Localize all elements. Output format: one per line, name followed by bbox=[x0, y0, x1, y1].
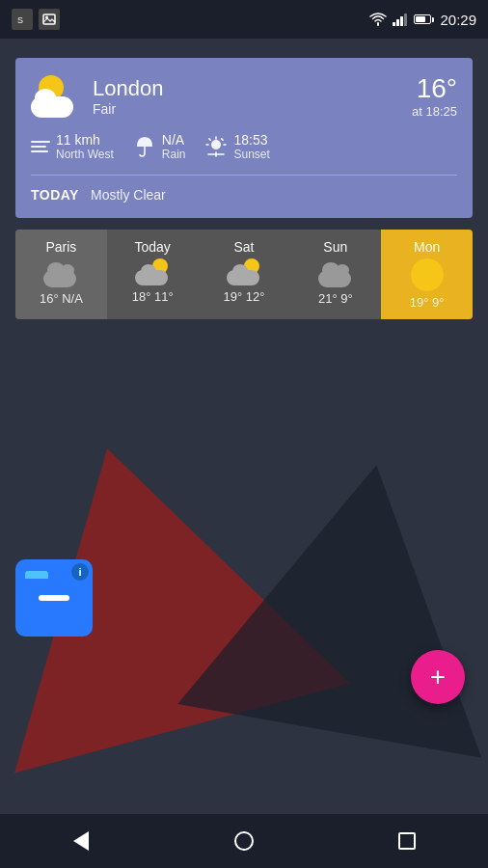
sat-temps: 19° 12° bbox=[224, 289, 265, 304]
wind-icon bbox=[31, 141, 50, 152]
svg-text:S: S bbox=[17, 15, 23, 25]
bg-triangle-dark bbox=[177, 438, 488, 757]
status-right-icons: 20:29 bbox=[369, 12, 476, 28]
folder-tab bbox=[25, 571, 48, 579]
file-minus-icon bbox=[39, 595, 69, 601]
status-time: 20:29 bbox=[440, 12, 476, 28]
umbrella-icon bbox=[133, 135, 156, 158]
image-icon bbox=[39, 9, 60, 30]
file-manager-widget[interactable]: i bbox=[15, 559, 93, 637]
wind-direction: North West bbox=[56, 148, 114, 161]
sunset-label: Sunset bbox=[233, 148, 269, 161]
london-temperature: 16° bbox=[412, 73, 457, 104]
london-condition: Fair bbox=[93, 101, 163, 117]
london-weather-icon bbox=[31, 75, 81, 118]
paris-day-sat: Sat 19° 12° bbox=[199, 230, 290, 319]
fab-button[interactable]: + bbox=[411, 650, 465, 704]
sun-day-label: Sun bbox=[323, 239, 347, 255]
paris-temps: 16° N/A bbox=[40, 291, 83, 306]
paris-current-icon bbox=[43, 258, 78, 287]
battery-icon bbox=[414, 14, 434, 24]
london-at-time: at 18:25 bbox=[412, 104, 457, 119]
svg-point-8 bbox=[211, 140, 221, 149]
paris-day-mon: Mon 19° 9° bbox=[381, 230, 473, 319]
rain-label: Rain bbox=[162, 148, 186, 161]
bottom-navigation bbox=[0, 814, 488, 868]
mon-temps: 19° 9° bbox=[410, 295, 445, 310]
sat-weather-icon bbox=[227, 258, 261, 285]
paris-weather-widget: Paris 16° N/A Today 18° 11° Sat 19° 12° … bbox=[15, 230, 473, 319]
status-bar: S 20:29 bbox=[0, 0, 488, 39]
sunset-time: 18:53 bbox=[233, 132, 269, 148]
paris-day-paris: Paris 16° N/A bbox=[15, 230, 107, 319]
svg-rect-5 bbox=[400, 16, 403, 26]
sun-weather-icon bbox=[318, 258, 353, 287]
mon-weather-icon bbox=[411, 258, 444, 291]
nav-home-button[interactable] bbox=[225, 822, 263, 860]
wind-speed: 11 kmh bbox=[56, 132, 114, 148]
rain-value: N/A bbox=[162, 132, 186, 148]
today-weather-icon bbox=[135, 258, 170, 285]
nav-recent-button[interactable] bbox=[388, 822, 426, 860]
sunset-stat: 18:53 Sunset bbox=[204, 132, 269, 161]
sunset-icon bbox=[204, 135, 228, 158]
london-city-name: London bbox=[93, 76, 163, 101]
svg-rect-6 bbox=[404, 14, 407, 26]
back-icon bbox=[73, 831, 89, 851]
wind-stat: 11 kmh North West bbox=[31, 132, 114, 161]
home-icon bbox=[234, 831, 254, 851]
today-description: Mostly Clear bbox=[91, 187, 166, 203]
mon-day-label: Mon bbox=[414, 239, 440, 255]
status-left-icons: S bbox=[12, 9, 60, 30]
paris-day-sun: Sun 21° 9° bbox=[289, 230, 381, 319]
signal-icon bbox=[393, 13, 408, 26]
london-weather-widget: London Fair 16° at 18:25 11 kmh North We… bbox=[15, 58, 473, 218]
paris-day-today: Today 18° 11° bbox=[107, 230, 199, 319]
svg-line-13 bbox=[209, 139, 210, 140]
svg-rect-3 bbox=[393, 22, 395, 26]
paris-label: Paris bbox=[45, 239, 76, 255]
svg-line-14 bbox=[222, 139, 223, 140]
sun-temps: 21° 9° bbox=[318, 291, 353, 306]
sonos-icon: S bbox=[12, 9, 33, 30]
rain-stat: N/A Rain bbox=[133, 132, 186, 161]
wifi-icon bbox=[369, 13, 387, 26]
svg-rect-4 bbox=[396, 19, 399, 26]
nav-back-button[interactable] bbox=[62, 822, 100, 860]
recent-icon bbox=[398, 832, 416, 850]
today-day-label: Today bbox=[135, 239, 171, 255]
svg-rect-1 bbox=[43, 14, 55, 24]
fab-plus-icon: + bbox=[430, 664, 446, 691]
file-badge: i bbox=[71, 563, 89, 581]
today-temps: 18° 11° bbox=[132, 289, 174, 304]
sat-day-label: Sat bbox=[233, 239, 254, 255]
today-label: TODAY bbox=[31, 187, 79, 203]
